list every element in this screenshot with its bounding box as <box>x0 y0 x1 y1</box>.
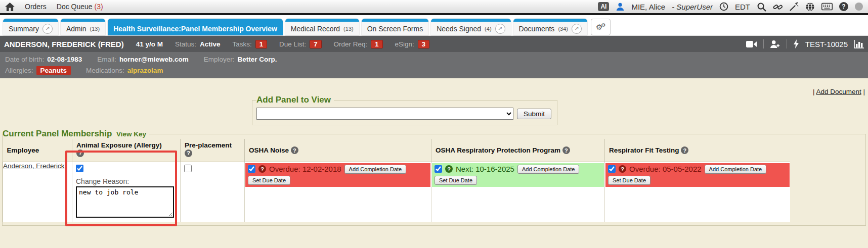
add-panel-fieldset: Add Panel to View Submit <box>252 95 557 125</box>
tasks-count-badge[interactable]: 1 <box>255 40 267 48</box>
col-osha-respiratory: OSHA Respiratory Protection Program ? <box>431 139 605 162</box>
patient-age-sex: 41 y/o M <box>136 40 163 48</box>
help-icon[interactable]: ? <box>619 165 626 173</box>
patient-bar-icons: TEST-10025 <box>746 39 864 48</box>
col-osha-noise: OSHA Noise ? <box>245 139 431 162</box>
clock-icon[interactable] <box>719 2 728 11</box>
medication-value[interactable]: alprazolam <box>127 67 163 74</box>
tab-admin[interactable]: Admin (13) <box>61 19 105 35</box>
set-due-date-button[interactable]: Set Due Date <box>248 176 290 185</box>
tab-summary[interactable]: Summary ↗ <box>3 19 58 35</box>
help-icon[interactable]: ? <box>291 146 298 154</box>
employer-label: Employer: <box>204 56 235 63</box>
table-row: Anderson, Frederick Change Reason: new t… <box>3 162 790 222</box>
patient-record-id: TEST-10025 <box>805 40 848 48</box>
add-completion-date-button[interactable]: Add Completion Date <box>705 165 767 174</box>
esign-count-badge[interactable]: 3 <box>418 40 429 48</box>
set-due-date-button[interactable]: Set Due Date <box>435 176 477 185</box>
help-icon[interactable]: ? <box>258 165 266 173</box>
popout-icon[interactable]: ↗ <box>42 24 53 34</box>
allergy-badge[interactable]: Peanuts <box>36 66 71 75</box>
lightning-bolt-icon[interactable] <box>793 39 799 48</box>
ai-badge[interactable]: AI <box>598 2 609 11</box>
change-reason-textarea[interactable]: new to job role <box>76 186 174 218</box>
help-icon[interactable]: ? <box>185 150 192 157</box>
user-role: - SuperUser <box>672 3 713 11</box>
keyboard-icon[interactable] <box>821 3 833 11</box>
wand-icon[interactable] <box>789 2 799 12</box>
user-name[interactable]: MIE, Alice <box>631 3 665 11</box>
osha-noise-checkbox[interactable] <box>248 165 255 173</box>
view-key-link[interactable]: View Key <box>116 130 146 138</box>
respirator-fit-checkbox[interactable] <box>608 165 616 173</box>
bar-chart-icon[interactable] <box>854 40 864 48</box>
help-icon[interactable]: ? <box>681 146 688 154</box>
status-dot-icon <box>855 3 863 11</box>
tab-on-screen-forms[interactable]: On Screen Forms <box>362 19 428 35</box>
tab-settings-gears-icon[interactable]: ⚙⚙ <box>591 19 611 35</box>
video-camera-icon[interactable] <box>746 40 757 48</box>
pre-placement-checkbox[interactable] <box>184 165 192 172</box>
link-icon[interactable] <box>773 2 783 12</box>
home-icon[interactable] <box>5 3 15 11</box>
globe-icon[interactable] <box>805 2 815 12</box>
help-icon[interactable]: ? <box>562 146 570 154</box>
help-icon[interactable]: ? <box>76 150 84 157</box>
osha-respiratory-checkbox[interactable] <box>435 165 442 173</box>
nav-doc-queue[interactable]: Doc Queue (3) <box>57 3 103 11</box>
main-content: | Add Document | Add Panel to View Submi… <box>0 78 868 245</box>
add-document-link[interactable]: Add Document <box>816 88 861 95</box>
osha-noise-cell: ? Overdue: 12-02-2018 Add Completion Dat… <box>245 162 431 222</box>
col-pre-placement: Pre-placement ? <box>181 139 245 162</box>
add-panel-legend: Add Panel to View <box>256 95 334 105</box>
osha-noise-status-band: ? Overdue: 12-02-2018 Add Completion Dat… <box>245 163 430 187</box>
patient-name: ANDERSON, FREDERICK (FRED) <box>4 40 124 48</box>
animal-exposure-cell: Change Reason: new to job role <box>72 162 181 222</box>
patient-header-bar: ANDERSON, FREDERICK (FRED) 41 y/o M Stat… <box>0 36 868 52</box>
change-reason-label: Change Reason: <box>76 177 177 185</box>
osha-respiratory-cell: ? Next: 10-16-2025 Add Completion Date S… <box>431 162 605 222</box>
tasks-counter: Tasks: 1 <box>233 40 268 48</box>
esign-counter: eSign: 3 <box>395 40 430 48</box>
order-req-counter: Order Req: 1 <box>334 40 383 48</box>
user-icon <box>616 2 625 11</box>
order-req-count-badge[interactable]: 1 <box>371 40 382 48</box>
employer-value: Better Corp. <box>238 56 277 63</box>
employee-link[interactable]: Anderson, Frederick <box>3 162 65 170</box>
top-nav-bar: Orders Doc Queue (3) AI MIE, Alice - Sup… <box>0 0 868 15</box>
email-value: horner@mieweb.com <box>119 56 189 63</box>
popout-icon[interactable]: ↗ <box>495 24 505 34</box>
due-list-counter: Due List: 7 <box>279 40 322 48</box>
doc-queue-count: (3) <box>95 3 103 11</box>
dob-value: 02-08-1983 <box>47 56 82 63</box>
submit-button[interactable]: Submit <box>517 109 551 119</box>
panel-membership-title: Current Panel Membership <box>3 129 112 138</box>
topbar-right-cluster: AI MIE, Alice - SuperUser EDT ? <box>598 2 863 12</box>
panel-membership-table: Employee Animal Exposure (Allergy) ? Pre… <box>3 139 790 222</box>
tab-needs-signed[interactable]: Needs Signed (4) ↗ <box>431 19 510 35</box>
search-icon[interactable] <box>757 2 766 12</box>
add-completion-date-button[interactable]: Add Completion Date <box>517 165 580 174</box>
nav-orders[interactable]: Orders <box>25 3 47 11</box>
respirator-fit-status-band: ? Overdue: 05-05-2022 Add Completion Dat… <box>605 163 790 187</box>
help-icon[interactable]: ? <box>445 165 453 173</box>
dob-label: Date of birth: <box>5 56 44 63</box>
due-list-count-badge[interactable]: 7 <box>310 40 321 48</box>
email-label: Email: <box>97 56 116 63</box>
col-animal-exposure: Animal Exposure (Allergy) ? <box>72 139 181 162</box>
add-person-icon[interactable] <box>770 40 780 48</box>
panel-select[interactable] <box>256 108 513 120</box>
help-icon[interactable]: ? <box>839 2 848 11</box>
set-due-date-button[interactable]: Set Due Date <box>608 176 650 185</box>
tab-medical-record[interactable]: Medical Record (13) <box>285 19 359 35</box>
popout-icon[interactable]: ↗ <box>572 24 582 34</box>
tab-documents[interactable]: Documents (34) ↗ <box>513 19 587 35</box>
col-employee: Employee <box>3 139 72 162</box>
add-document-link-wrap: | Add Document | <box>813 88 865 95</box>
animal-exposure-checkbox[interactable] <box>76 165 83 172</box>
pre-placement-cell <box>181 162 245 222</box>
chart-tab-strip: Summary ↗ Admin (13) Health Surveillance… <box>0 15 868 36</box>
medications-label: Medications: <box>86 67 124 74</box>
tab-health-surveillance-active[interactable]: Health Surveillance:Panel Membership Ove… <box>108 19 283 35</box>
add-completion-date-button[interactable]: Add Completion Date <box>344 165 407 174</box>
